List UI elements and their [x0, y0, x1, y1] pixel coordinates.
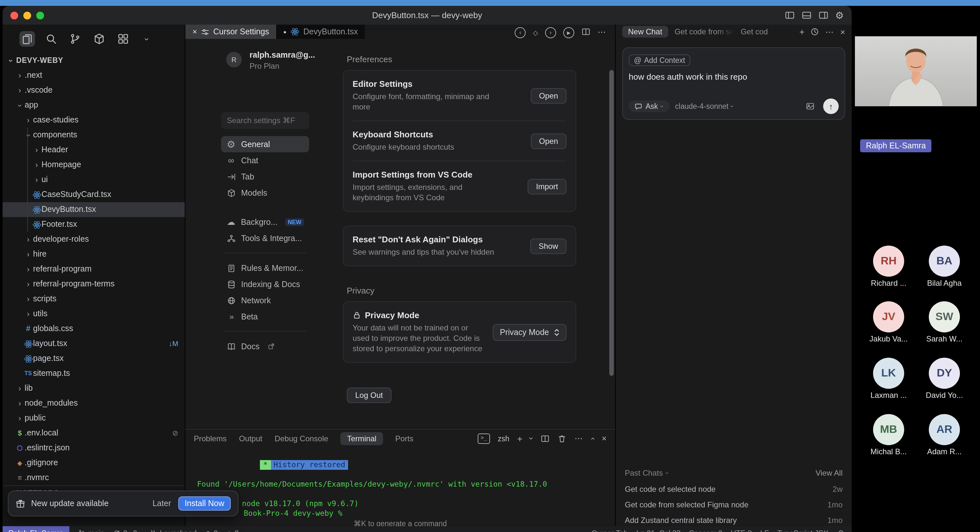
tree-item[interactable]: ›developer-roles [3, 232, 185, 247]
more-icon[interactable]: ⋯ [574, 434, 584, 443]
chat-composer[interactable]: @ Add Context how does auth work in this… [622, 47, 845, 120]
plus-icon[interactable]: + [517, 433, 522, 443]
model-select[interactable]: claude-4-sonnet › [675, 102, 733, 110]
tree-item[interactable]: .eslintrc.json [3, 441, 185, 456]
nav-forward-icon[interactable]: › [545, 25, 556, 38]
settings-nav-network[interactable]: Network [221, 292, 309, 308]
status-main[interactable]: main [78, 529, 104, 532]
tree-item[interactable]: ›node_modules [3, 396, 185, 411]
past-chat-item[interactable]: Get code from selected Figma node1mo [625, 497, 843, 513]
close-icon[interactable]: × [840, 27, 845, 37]
attach-image-icon[interactable] [806, 102, 815, 111]
explorer-root[interactable]: › DEVY-WEBY [3, 53, 185, 68]
close-icon[interactable]: × [192, 27, 197, 36]
status-launchpad[interactable]: Launchpad [150, 529, 197, 532]
tree-item[interactable]: ≡.nvmrc [3, 470, 185, 485]
tree-item[interactable]: ›scripts [3, 292, 185, 306]
panel-left-icon[interactable] [784, 10, 794, 20]
scrollbar[interactable] [609, 70, 614, 376]
open-button[interactable]: Open [530, 133, 566, 149]
view-all-link[interactable]: View All [815, 468, 843, 478]
tree-item[interactable]: ›referral-program [3, 262, 185, 277]
status-typescript-jsx[interactable]: TypeScript JSX [778, 529, 828, 532]
history-icon[interactable] [810, 27, 819, 36]
tree-item[interactable]: ›components [3, 128, 185, 143]
settings-nav-general[interactable]: ⚙General [221, 136, 309, 152]
tree-item[interactable]: ›utils [3, 306, 185, 321]
extensions-icon[interactable] [91, 31, 107, 47]
chat-tab[interactable]: New Chat [622, 26, 668, 38]
tree-item[interactable]: CaseStudyCard.tsx [3, 187, 185, 202]
later-button[interactable]: Later [153, 499, 171, 508]
layout-grid-icon[interactable] [115, 31, 131, 47]
tree-item[interactable]: TSsitemap.ts [3, 366, 185, 381]
files-icon[interactable] [19, 31, 35, 47]
tree-item[interactable]: #globals.css [3, 321, 185, 336]
panel-bottom-icon[interactable] [802, 10, 811, 20]
chat-tab[interactable]: Get cod [740, 27, 768, 36]
panel-tab-problems[interactable]: Problems [194, 434, 226, 443]
send-button[interactable]: ↑ [823, 98, 839, 114]
tree-item[interactable]: ›public [3, 411, 185, 426]
past-chat-item[interactable]: Get code of selected node2w [625, 481, 843, 497]
chat-input[interactable]: how does auth work in this repo [629, 72, 839, 82]
bell-icon[interactable] [837, 529, 845, 532]
settings-nav-docs[interactable]: Docs [221, 338, 309, 354]
tree-item[interactable]: ›app [3, 98, 185, 113]
gear-icon[interactable]: ⚙ [835, 10, 844, 21]
tree-item[interactable]: ›ui [3, 172, 185, 187]
install-now-button[interactable]: Install Now [178, 496, 231, 511]
source-control-icon[interactable] [67, 31, 83, 47]
shell-label[interactable]: zsh [498, 435, 509, 442]
status-2-0-[interactable]: 2↓ 0↑ [113, 529, 141, 532]
settings-nav-chat[interactable]: ∞Chat [221, 152, 309, 168]
tree-item[interactable]: ›lib [3, 381, 185, 396]
settings-nav-rules-memor-[interactable]: Rules & Memor... [221, 260, 309, 276]
status-user-badge[interactable]: Ralph EL-Samra [3, 526, 69, 532]
run-icon[interactable]: ▶ [563, 25, 574, 38]
settings-nav-models[interactable]: Models [221, 185, 309, 201]
status-spaces-2[interactable]: Spaces: 2 [689, 529, 722, 532]
more-icon[interactable]: ⋯ [598, 26, 607, 38]
past-chats-heading[interactable]: Past Chats [625, 468, 663, 478]
import-button[interactable]: Import [528, 178, 566, 194]
tree-item[interactable]: ◆.gitignore [3, 456, 185, 470]
settings-nav-tab[interactable]: Tab [221, 168, 309, 185]
open-button[interactable]: Open [530, 88, 566, 103]
status-0[interactable]: ⊗0 [205, 529, 218, 532]
split-editor-icon[interactable] [541, 434, 550, 443]
panel-tab-terminal[interactable]: Terminal [340, 432, 383, 445]
editor-tab[interactable]: ●DevyButton.tsx [276, 25, 365, 39]
tree-item[interactable]: ›hire [3, 247, 185, 262]
show-button[interactable]: Show [530, 238, 566, 254]
chevron-down-icon[interactable]: › [139, 31, 155, 47]
tree-item[interactable]: layout.tsx↓M [3, 336, 185, 351]
diamond-icon[interactable]: ◇ [533, 26, 538, 38]
tree-item[interactable]: page.tsx [3, 351, 185, 366]
tree-item[interactable]: Footer.tsx [3, 217, 185, 232]
settings-search-input[interactable]: Search settings ⌘F [221, 112, 309, 129]
status-0[interactable]: ⚠0 [226, 529, 239, 532]
panel-right-icon[interactable] [818, 10, 828, 20]
search-icon[interactable] [43, 31, 59, 47]
status-cursor-tab[interactable]: Cursor Tab [592, 529, 628, 532]
status-ln-31-col-33[interactable]: Ln 31, Col 33 [636, 529, 681, 532]
settings-nav-indexing-docs[interactable]: Indexing & Docs [221, 276, 309, 292]
privacy-mode-select[interactable]: Privacy Mode [493, 324, 566, 340]
editor-tab[interactable]: ×Cursor Settings [185, 25, 276, 39]
tree-item[interactable]: ›.vscode [3, 83, 185, 98]
chevron-up-icon[interactable]: › [592, 434, 594, 443]
status-utf-8[interactable]: UTF-8 [731, 529, 752, 532]
terminal[interactable]: *History restored Found '/Users/home/Doc… [185, 447, 615, 532]
tree-item[interactable]: ›Header [3, 143, 185, 157]
split-editor-icon[interactable] [581, 27, 590, 36]
add-context-button[interactable]: @ Add Context [629, 54, 690, 66]
tree-item[interactable]: ›.next [3, 68, 185, 83]
close-icon[interactable]: × [602, 434, 607, 443]
chat-tab[interactable]: Get code from sele [675, 27, 734, 36]
more-icon[interactable]: ⋯ [826, 27, 835, 37]
tree-item[interactable]: ›case-studies [3, 113, 185, 128]
chevron-down-icon[interactable]: › [530, 434, 533, 443]
tree-item[interactable]: ›Homepage [3, 157, 185, 172]
settings-nav-backgro-[interactable]: ☁Backgro...NEW [221, 214, 309, 230]
